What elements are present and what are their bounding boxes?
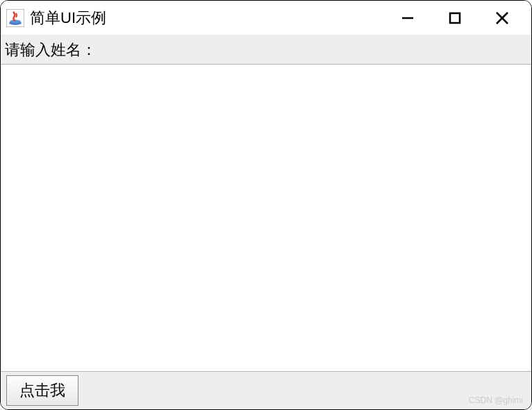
- name-label: 请输入姓名：: [5, 40, 97, 60]
- button-bar: 点击我 CSDN @ghimi: [1, 371, 531, 409]
- content-area: [1, 65, 531, 371]
- titlebar[interactable]: 简单UI示例: [1, 1, 531, 35]
- minimize-button[interactable]: [398, 8, 417, 28]
- svg-rect-4: [450, 13, 460, 23]
- minimize-icon: [400, 10, 415, 26]
- window-controls: [398, 8, 526, 28]
- name-label-row: 请输入姓名：: [1, 35, 531, 65]
- click-me-button[interactable]: 点击我: [6, 375, 78, 406]
- java-app-icon: [6, 9, 24, 27]
- application-window: 简单UI示例 请输入姓名： 点击我 CS: [0, 0, 532, 410]
- maximize-button[interactable]: [445, 8, 465, 28]
- close-button[interactable]: [492, 8, 512, 28]
- maximize-icon: [448, 11, 462, 25]
- watermark: CSDN @ghimi: [469, 395, 523, 405]
- window-title: 简单UI示例: [30, 8, 398, 28]
- close-icon: [494, 10, 510, 26]
